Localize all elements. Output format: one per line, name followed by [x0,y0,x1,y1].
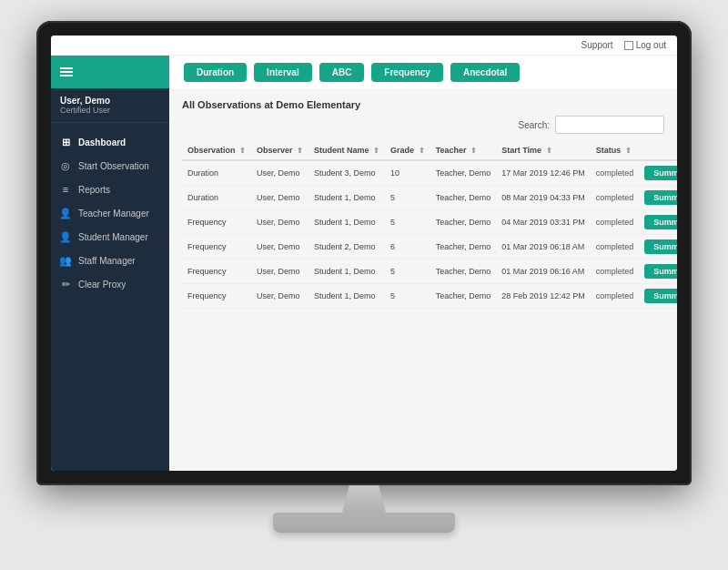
monitor-neck [328,485,400,513]
summary-button-1[interactable]: Summary [644,190,677,205]
hamburger-icon[interactable] [60,67,73,76]
col-observation: Observation ⬆ [182,141,251,160]
cell-grade-2: 5 [385,210,430,235]
search-input[interactable] [555,116,664,134]
cell-student-0: Student 3, Demo [308,160,385,186]
table-row: Frequency User, Demo Student 1, Demo 5 T… [182,284,677,309]
abc-button[interactable]: ABC [319,63,365,82]
sidebar-user-role: Certified User [60,106,160,115]
sort-observation-icon[interactable]: ⬆ [239,147,246,155]
cell-action-3: Summary [639,235,677,260]
col-teacher: Teacher ⬆ [430,141,497,160]
frequency-button[interactable]: Frequency [371,63,443,82]
table-body: Duration User, Demo Student 3, Demo 10 T… [182,160,677,309]
sort-observer-icon[interactable]: ⬆ [297,147,303,155]
search-label: Search: [519,120,550,130]
duration-button[interactable]: Duration [184,63,247,82]
interval-button[interactable]: Interval [254,63,312,82]
cell-student-5: Student 1, Demo [308,284,385,309]
summary-button-5[interactable]: Summary [644,289,677,303]
monitor-wrapper: Support Log out User, Demo [36,21,692,549]
sidebar-label-clear-proxy: Clear Proxy [78,280,126,290]
logout-label[interactable]: Log out [636,40,666,50]
sidebar-item-reports[interactable]: ≡ Reports [51,178,169,201]
cell-observer-4: User, Demo [251,260,308,284]
sort-start-time-icon[interactable]: ⬆ [546,147,552,155]
sort-grade-icon[interactable]: ⬆ [419,147,425,155]
cell-status-5: completed [591,284,640,309]
cell-observation-4: Frequency [182,260,251,284]
table-title: All Observations at Demo Elementary [182,99,664,110]
cell-action-2: Summary [639,210,677,235]
anecdotal-button[interactable]: Anecdotal [450,63,520,82]
cell-start-time-0: 17 Mar 2019 12:46 PM [496,160,591,186]
sidebar-nav: ⊞ Dashboard ◎ Start Observation ≡ Report… [51,123,169,471]
top-bar: Support Log out [51,36,677,56]
cell-student-2: Student 1, Demo [308,210,385,235]
sidebar-item-start-observation[interactable]: ◎ Start Observation [51,154,169,178]
monitor-base [273,513,455,533]
col-start-time: Start Time ⬆ [496,141,591,160]
sidebar-user-name: User, Demo [60,96,160,106]
logout-checkbox[interactable] [624,41,633,50]
col-student-name: Student Name ⬆ [308,141,385,160]
cell-student-1: Student 1, Demo [308,186,385,210]
sidebar-item-clear-proxy[interactable]: ✏ Clear Proxy [51,272,169,296]
sidebar-label-staff-manager: Staff Manager [78,256,136,266]
summary-button-0[interactable]: Summary [644,166,677,180]
cell-action-5: Summary [639,284,677,309]
sidebar-label-teacher-manager: Teacher Manager [78,209,149,219]
monitor-content: User, Demo Certified User ⊞ Dashboard ◎ … [51,56,677,471]
table-section: All Observations at Demo Elementary Sear… [169,90,677,471]
table-row: Frequency User, Demo Student 1, Demo 5 T… [182,260,677,284]
cell-teacher-3: Teacher, Demo [430,235,497,260]
summary-button-4[interactable]: Summary [644,264,677,279]
cell-observation-0: Duration [182,160,251,186]
cell-status-0: completed [591,160,640,186]
col-status: Status ⬆ [591,141,640,160]
main-content: Duration Interval ABC Frequency Anecdota… [169,56,677,471]
col-action [639,141,677,160]
cell-grade-1: 5 [385,186,430,210]
cell-grade-3: 6 [385,235,430,260]
table-header-row: Observation ⬆ Observer ⬆ Student Name [182,141,677,160]
clear-proxy-icon: ✏ [60,279,71,290]
cell-observer-5: User, Demo [251,284,308,309]
summary-button-2[interactable]: Summary [644,215,677,229]
cell-observation-2: Frequency [182,210,251,235]
cell-observer-1: User, Demo [251,186,308,210]
cell-start-time-3: 01 Mar 2019 06:18 AM [496,235,591,260]
cell-status-4: completed [591,260,640,284]
sidebar-header [51,56,169,88]
sidebar-item-staff-manager[interactable]: 👥 Staff Manager [51,249,169,272]
cell-teacher-2: Teacher, Demo [430,210,497,235]
sort-teacher-icon[interactable]: ⬆ [470,147,477,155]
cell-grade-0: 10 [385,160,430,186]
cell-observer-3: User, Demo [251,235,308,260]
cell-start-time-4: 01 Mar 2019 06:16 AM [496,260,591,284]
reports-icon: ≡ [60,184,71,195]
dashboard-icon: ⊞ [60,137,71,148]
support-link[interactable]: Support [581,40,613,50]
cell-teacher-5: Teacher, Demo [430,284,497,309]
sidebar-item-dashboard[interactable]: ⊞ Dashboard [51,130,169,154]
cell-status-2: completed [591,210,640,235]
sort-status-icon[interactable]: ⬆ [625,147,632,155]
cell-teacher-4: Teacher, Demo [430,260,497,284]
sidebar-item-teacher-manager[interactable]: 👤 Teacher Manager [51,201,169,225]
cell-teacher-1: Teacher, Demo [430,186,497,210]
cell-start-time-5: 28 Feb 2019 12:42 PM [496,284,591,309]
sidebar-item-student-manager[interactable]: 👤 Student Manager [51,225,169,249]
sort-student-icon[interactable]: ⬆ [373,147,379,155]
table-row: Frequency User, Demo Student 1, Demo 5 T… [182,210,677,235]
cell-teacher-0: Teacher, Demo [430,160,497,186]
cell-action-0: Summary [639,160,677,186]
cell-status-3: completed [591,235,640,260]
cell-action-4: Summary [639,260,677,284]
sidebar-label-start-observation: Start Observation [78,161,149,171]
student-manager-icon: 👤 [60,231,71,242]
cell-status-1: completed [591,186,640,210]
table-row: Duration User, Demo Student 1, Demo 5 Te… [182,186,677,210]
summary-button-3[interactable]: Summary [644,239,677,254]
cell-observation-3: Frequency [182,235,251,260]
